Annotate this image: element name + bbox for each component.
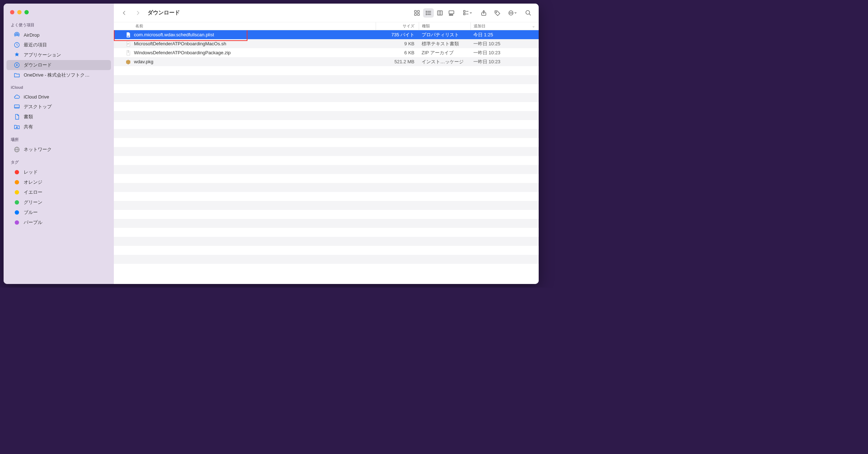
empty-row — [114, 165, 539, 174]
empty-row — [114, 138, 539, 147]
action-menu-button[interactable] — [506, 8, 520, 18]
file-name: WindowsDefenderATPOnboardingPackage.zip — [134, 50, 231, 55]
sidebar-item-label: パープル — [24, 219, 42, 226]
empty-row — [114, 237, 539, 246]
close-button[interactable] — [10, 10, 14, 14]
file-row[interactable]: WindowsDefenderATPOnboardingPackage.zip … — [114, 48, 539, 57]
empty-row — [114, 147, 539, 156]
sidebar-item[interactable]: デスクトップ — [6, 102, 111, 112]
location-title: ダウンロード — [148, 9, 180, 16]
sort-indicator-icon: ⌄ — [532, 24, 535, 28]
view-gallery-button[interactable] — [446, 8, 457, 18]
tag-button[interactable] — [492, 8, 503, 18]
forward-button[interactable] — [133, 8, 143, 18]
file-date: 一昨日 10:23 — [470, 59, 539, 65]
share-button[interactable] — [478, 8, 489, 18]
empty-row — [114, 129, 539, 138]
empty-row — [114, 246, 539, 255]
svg-rect-22 — [449, 11, 454, 14]
file-row[interactable]: com.microsoft.wdav.schedfullscan.plist 7… — [114, 30, 539, 39]
sidebar-item[interactable]: 共有 — [6, 122, 111, 132]
desktop-icon — [14, 104, 20, 110]
sidebar-heading: タグ — [4, 158, 114, 167]
svg-rect-26 — [464, 10, 465, 12]
sidebar-item[interactable]: ネットワーク — [6, 145, 111, 155]
sidebar-item-label: レッド — [24, 169, 38, 175]
sidebar-item[interactable]: 最近の項目 — [6, 40, 111, 50]
empty-row — [114, 102, 539, 111]
empty-row — [114, 174, 539, 183]
sidebar-heading: 場所 — [4, 136, 114, 145]
svg-rect-10 — [418, 10, 419, 12]
column-size[interactable]: サイズ — [376, 22, 419, 30]
svg-rect-12 — [418, 13, 419, 15]
minimize-button[interactable] — [17, 10, 22, 14]
svg-point-35 — [512, 13, 512, 13]
sidebar-item-label: デスクトップ — [24, 104, 52, 110]
sidebar-item[interactable]: イエロー — [6, 187, 111, 197]
sidebar-item[interactable]: iCloud Drive — [6, 92, 111, 102]
file-name: wdav.pkg — [134, 59, 153, 64]
window-controls — [4, 8, 114, 21]
sidebar-item-label: OneDrive - 株式会社ソフトク… — [24, 72, 89, 78]
clock-icon — [14, 42, 20, 48]
file-name: com.microsoft.wdav.schedfullscan.plist — [134, 32, 214, 37]
file-row[interactable]: wdav.pkg 521.2 MB インスト…ッケージ 一昨日 10:23 — [114, 57, 539, 66]
search-button[interactable] — [523, 8, 534, 18]
sidebar-item[interactable]: AirDrop — [6, 30, 111, 40]
svg-rect-25 — [452, 14, 453, 15]
svg-rect-9 — [414, 10, 416, 12]
sidebar-item[interactable]: ブルー — [6, 207, 111, 217]
cloud-icon — [14, 93, 20, 100]
fullscreen-button[interactable] — [24, 10, 29, 14]
tag-icon — [14, 179, 20, 185]
tag-icon — [14, 219, 20, 226]
svg-point-31 — [496, 12, 497, 12]
sidebar-item[interactable]: グリーン — [6, 197, 111, 207]
sidebar-item[interactable]: レッド — [6, 167, 111, 177]
empty-row — [114, 75, 539, 84]
sidebar-item[interactable]: アプリケーション — [6, 50, 111, 60]
sidebar-item[interactable]: パープル — [6, 217, 111, 228]
view-columns-button[interactable] — [435, 8, 445, 18]
file-size: 521.2 MB — [376, 59, 419, 64]
file-list[interactable]: com.microsoft.wdav.schedfullscan.plist 7… — [114, 30, 539, 284]
file-kind: 標準テキスト書類 — [419, 41, 470, 47]
svg-point-33 — [511, 13, 511, 13]
sidebar-item[interactable]: オレンジ — [6, 177, 111, 187]
sidebar-item-label: ブルー — [24, 209, 38, 216]
view-list-button[interactable] — [423, 8, 434, 18]
file-size: 6 KB — [376, 50, 419, 55]
sidebar-item[interactable]: 書類 — [6, 112, 111, 122]
back-button[interactable] — [119, 8, 130, 18]
column-date-label: 追加日 — [474, 23, 486, 29]
zip-file-icon — [125, 50, 131, 56]
svg-rect-38 — [127, 36, 129, 36]
plist-file-icon — [125, 32, 131, 38]
empty-row — [114, 210, 539, 219]
sidebar-item-label: ネットワーク — [24, 146, 52, 153]
toolbar: ダウンロード — [114, 4, 539, 22]
sidebar-heading: よく使う項目 — [4, 21, 114, 30]
svg-line-37 — [529, 14, 531, 15]
airdrop-icon — [14, 32, 20, 38]
empty-row — [114, 111, 539, 120]
view-switcher — [412, 8, 457, 18]
view-icons-button[interactable] — [412, 8, 422, 18]
svg-point-34 — [510, 13, 510, 13]
sidebar: よく使う項目AirDrop最近の項目アプリケーションダウンロードOneDrive… — [4, 4, 114, 284]
column-name[interactable]: 名前 — [114, 23, 376, 29]
sidebar-item[interactable]: OneDrive - 株式会社ソフトク… — [6, 70, 111, 80]
file-row[interactable]: MicrosoftDefenderATPOnboardingMacOs.sh 9… — [114, 39, 539, 48]
empty-row — [114, 255, 539, 264]
svg-rect-19 — [437, 11, 442, 15]
group-by-button[interactable] — [460, 8, 475, 18]
column-date[interactable]: 追加日 ⌄ — [470, 22, 539, 30]
sidebar-item[interactable]: ダウンロード — [6, 60, 111, 70]
svg-rect-42 — [128, 50, 128, 53]
svg-rect-24 — [451, 14, 451, 15]
column-kind[interactable]: 種類 — [419, 22, 470, 30]
tag-icon — [14, 209, 20, 216]
pkg-file-icon — [125, 59, 131, 65]
empty-row — [114, 120, 539, 129]
